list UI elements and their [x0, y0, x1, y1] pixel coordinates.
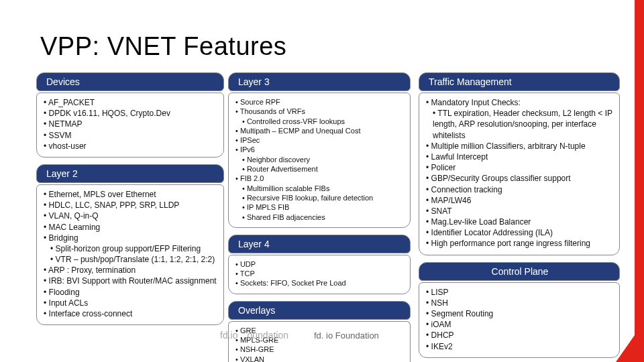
layer4-body: UDPTCPSockets: FIFO, Socket Pre Load: [228, 255, 411, 294]
list-item: iOAM: [426, 319, 614, 330]
footer-right: fd. io Foundation: [314, 330, 379, 341]
column-right: Traffic Management Mandatory Input Check…: [419, 72, 620, 362]
traffic-body: Mandatory Input Checks:TTL expiration, H…: [419, 93, 620, 255]
list-item: IPv6Neighbor discoveryRouter Advertiseme…: [235, 145, 405, 174]
list-item: LISP: [426, 287, 614, 298]
overlays-body: GREMPLS-GRENSH-GREVXLANVXLAN-GPEL2TPv3: [228, 321, 411, 362]
sub-list: Controlled cross-VRF lookups: [242, 117, 405, 126]
devices-list: AF_PACKETDPDK v16.11, HQOS, Crypto.DevNE…: [44, 97, 218, 152]
layer2-list: Ethernet, MPLS over EthernetHDLC, LLC, S…: [44, 189, 218, 319]
control-body: LISPNSHSegment RoutingiOAMDHCPIKEv2: [419, 282, 620, 358]
list-item: TCP: [235, 269, 405, 278]
layer3-body: Source RPFThousands of VRFsControlled cr…: [228, 93, 411, 228]
layer2-header: Layer 2: [36, 164, 224, 183]
sub-list: Multimillion scalable FIBsRecursive FIB …: [242, 184, 405, 222]
list-item: Thousands of VRFsControlled cross-VRF lo…: [235, 107, 405, 126]
overlays-header: Overlays: [228, 301, 411, 320]
list-item: Source RPF: [235, 97, 405, 107]
list-item: VTR – push/pop/Translate (1:1, 1:2, 2:1,…: [50, 254, 218, 265]
list-item: MAC Learning: [44, 222, 218, 233]
list-item: MAP/LW46: [426, 195, 614, 206]
list-item: High performance port range ingress filt…: [426, 238, 614, 249]
list-item: AF_PACKET: [44, 97, 218, 108]
list-item: Neighbor discovery: [242, 155, 405, 164]
list-item: VLAN, Q-in-Q: [44, 210, 218, 221]
list-item: TTL expiration, Header checksum, L2 leng…: [433, 108, 614, 141]
list-item: HDLC, LLC, SNAP, PPP, SRP, LLDP: [44, 200, 218, 210]
traffic-list: Mandatory Input Checks:TTL expiration, H…: [426, 97, 614, 249]
layer4-list: UDPTCPSockets: FIFO, Socket Pre Load: [235, 259, 405, 288]
list-item: Policer: [426, 162, 614, 173]
list-item: Split-horizon group support/EFP Filterin…: [50, 243, 218, 254]
list-item: Multiple million Classifiers, arbitrary …: [426, 141, 614, 152]
list-item: IP MPLS FIB: [242, 202, 405, 212]
list-item: Segment Routing: [426, 308, 614, 319]
list-item: Connection tracking: [426, 184, 614, 195]
list-item: Recursive FIB lookup, failure detection: [242, 193, 405, 202]
list-item: Interface cross-connect: [44, 308, 218, 319]
control-list: LISPNSHSegment RoutingiOAMDHCPIKEv2: [426, 287, 614, 352]
list-item: Multimillion scalable FIBs: [242, 184, 405, 193]
layer2-body: Ethernet, MPLS over EthernetHDLC, LLC, S…: [36, 184, 224, 325]
layer4-header: Layer 4: [228, 235, 411, 253]
list-item: DHCP: [426, 330, 614, 341]
traffic-header: Traffic Management: [419, 72, 620, 91]
list-item: Multipath – ECMP and Unequal Cost: [235, 126, 405, 135]
list-item: Ethernet, MPLS over Ethernet: [44, 189, 218, 200]
slide-title: VPP: VNET Features: [40, 32, 286, 61]
side-accent-bar: [635, 0, 644, 362]
corner-accent: [616, 322, 644, 362]
sub-list: Split-horizon group support/EFP Filterin…: [50, 243, 218, 265]
list-item: NSH: [426, 298, 614, 308]
list-item: Mag.Lev-like Load Balancer: [426, 217, 614, 227]
list-item: NSH-GRE: [235, 345, 405, 354]
list-item: FIB 2.0Multimillion scalable FIBsRecursi…: [235, 174, 405, 221]
devices-header: Devices: [36, 72, 224, 91]
list-item: SSVM: [44, 130, 218, 141]
list-item: ARP : Proxy, termination: [44, 265, 218, 276]
sub-list: Neighbor discoveryRouter Advertisement: [242, 155, 405, 174]
list-item: UDP: [235, 259, 405, 269]
list-item: NETMAP: [44, 119, 218, 129]
devices-body: AF_PACKETDPDK v16.11, HQOS, Crypto.DevNE…: [36, 93, 224, 158]
list-item: BridgingSplit-horizon group support/EFP …: [44, 233, 218, 265]
list-item: GBP/Security Groups classifier support: [426, 173, 614, 184]
control-header: Control Plane: [419, 262, 620, 281]
list-item: Mandatory Input Checks:TTL expiration, H…: [426, 97, 614, 141]
list-item: Lawful Intercept: [426, 152, 614, 162]
list-item: Sockets: FIFO, Socket Pre Load: [235, 278, 405, 288]
list-item: Input ACLs: [44, 298, 218, 308]
list-item: Identifier Locator Addressing (ILA): [426, 227, 614, 238]
layer3-list: Source RPFThousands of VRFsControlled cr…: [235, 97, 405, 222]
list-item: IPSec: [235, 135, 405, 145]
column-left: Devices AF_PACKETDPDK v16.11, HQOS, Cryp…: [36, 72, 224, 332]
list-item: Flooding: [44, 287, 218, 298]
list-item: Controlled cross-VRF lookups: [242, 117, 405, 126]
list-item: DPDK v16.11, HQOS, Crypto.Dev: [44, 108, 218, 119]
list-item: VXLAN: [235, 355, 405, 362]
footer-left: fd.io oundation: [220, 330, 288, 341]
list-item: Shared FIB adjacencies: [242, 213, 405, 222]
list-item: IRB: BVI Support with Router/MAC assignm…: [44, 276, 218, 286]
layer3-header: Layer 3: [228, 72, 411, 91]
list-item: SNAT: [426, 206, 614, 217]
sub-list: TTL expiration, Header checksum, L2 leng…: [433, 108, 614, 141]
list-item: IKEv2: [426, 341, 614, 352]
list-item: vhost-user: [44, 141, 218, 152]
list-item: Router Advertisement: [242, 164, 405, 174]
column-mid: Layer 3 Source RPFThousands of VRFsContr…: [228, 72, 411, 362]
